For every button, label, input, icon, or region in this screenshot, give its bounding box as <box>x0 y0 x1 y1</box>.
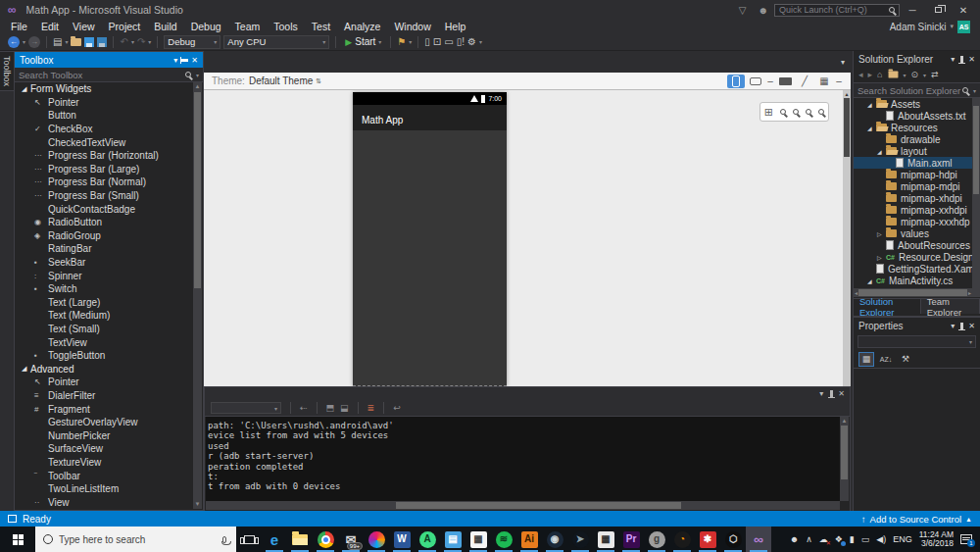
landscape-mode-button[interactable] <box>747 75 764 88</box>
taskbar-app-file-explorer[interactable] <box>287 527 313 552</box>
tree-item[interactable]: Main.axml <box>854 157 972 169</box>
toolbox-item[interactable]: TextureView <box>16 456 193 470</box>
toolbar-overflow2-icon[interactable]: ▾ <box>479 38 482 45</box>
theme-select[interactable]: Default Theme <box>249 75 313 86</box>
toolbox-item[interactable]: :Spinner <box>16 269 193 282</box>
scroll-left-icon[interactable]: ◂ <box>855 289 858 296</box>
device-manager-icon[interactable]: ▯ <box>424 37 430 47</box>
toolbox-item[interactable]: RatingBar <box>16 242 193 256</box>
microphone-icon[interactable] <box>222 536 226 543</box>
open-file-button[interactable] <box>71 38 81 46</box>
toolbox-scrollbar[interactable]: ▲ ▼ <box>193 82 202 509</box>
taskbar-app-premiere[interactable]: Pr <box>618 527 644 552</box>
find-message-icon[interactable]: ⇠ <box>300 403 308 413</box>
output-console[interactable]: path: 'C:\Users\rushd\.android\avd'evice… <box>206 417 840 501</box>
home-icon[interactable]: ⌂ <box>877 70 882 79</box>
expander-icon[interactable]: ▷ <box>877 230 886 237</box>
expander-icon[interactable]: ▷ <box>877 254 886 261</box>
new-dropdown-icon[interactable]: ▾ <box>65 38 68 45</box>
forward-icon[interactable]: ▸ <box>868 70 873 79</box>
toolbox-group-header[interactable]: ◢Form Widgets <box>16 82 193 96</box>
close-icon[interactable]: ✕ <box>968 322 975 330</box>
app-status-icon[interactable]: ❖ <box>835 535 843 544</box>
scroll-up-icon[interactable]: ▲ <box>193 82 202 91</box>
taskbar-clock[interactable]: 11:24 AM 3/6/2018 <box>919 530 954 548</box>
toolbox-item[interactable]: ▪Switch <box>16 282 193 296</box>
taskbar-search-input[interactable]: Type here to search <box>35 527 236 552</box>
tab-list-dropdown-icon[interactable]: ▾ <box>841 58 845 67</box>
close-button[interactable]: ✕ <box>951 1 976 19</box>
taskbar-app-illustrator[interactable]: Ai <box>516 527 542 552</box>
quick-launch-input[interactable]: Quick Launch (Ctrl+Q) <box>774 4 900 17</box>
taskbar-app-bird-app[interactable]: ➤ <box>567 527 593 552</box>
scrollbar-thumb[interactable] <box>194 92 201 288</box>
solution-platform-select[interactable]: Any CPU▾ <box>223 35 329 49</box>
toolbox-item[interactable]: GestureOverlayView <box>16 416 193 429</box>
display-icon[interactable]: ▭ <box>861 535 870 544</box>
tree-item[interactable]: mipmap-xhdpi <box>854 192 972 204</box>
filter-dropdown-icon[interactable]: ▾ <box>923 72 926 78</box>
toolbox-item[interactable]: ↖Pointer <box>16 96 193 110</box>
solution-explorer-scrollbar[interactable] <box>972 98 980 297</box>
solution-explorer-search-input[interactable]: Search Solution Explorer (Ct ▾ <box>854 83 980 98</box>
menu-build[interactable]: Build <box>147 21 183 32</box>
action-center-icon[interactable]: 1 <box>960 534 972 544</box>
toolbar-overflow-icon[interactable]: ▾ <box>409 38 412 45</box>
close-icon[interactable]: ✕ <box>838 389 845 398</box>
zoom-fit-button[interactable] <box>793 109 799 115</box>
undo-dropdown-icon[interactable]: ▾ <box>131 38 134 45</box>
feedback-icon[interactable]: ☻ <box>758 5 768 16</box>
taskbar-app-chrome[interactable] <box>313 527 338 552</box>
taskbar-app-gimp[interactable]: g <box>644 527 669 552</box>
taskbar-app-calendar[interactable]: ▦ <box>466 527 491 552</box>
pin-icon[interactable] <box>830 390 833 397</box>
toolbox-item[interactable]: ···Progress Bar (Normal) <box>16 176 193 189</box>
categorized-view-icon[interactable]: ▦ <box>858 352 874 367</box>
output-source-select[interactable]: ▾ <box>211 402 281 414</box>
toolbox-item[interactable]: CheckedTextView <box>16 135 193 149</box>
taskbar-app-edge[interactable]: e <box>262 527 287 552</box>
restore-button[interactable] <box>925 1 951 19</box>
switch-views-icon[interactable] <box>888 71 898 77</box>
toolbox-item[interactable]: ···Progress Bar (Large) <box>16 163 193 176</box>
solution-configuration-select[interactable]: Debug▾ <box>164 35 220 49</box>
back-dropdown-icon[interactable]: ▾ <box>23 38 25 45</box>
clear-all-icon[interactable]: ≣ <box>368 403 375 413</box>
menu-view[interactable]: View <box>66 21 102 32</box>
add-to-source-control-button[interactable]: ↑ Add to Source Control ▲ <box>861 514 972 525</box>
properties-title-bar[interactable]: Properties ▾ ✕ <box>854 318 980 333</box>
taskbar-app-orange-app[interactable]: ◔ <box>669 527 695 552</box>
toolbox-item[interactable]: SurfaceView <box>16 442 193 456</box>
device-log-icon[interactable]: ▯! <box>457 37 465 47</box>
toolbox-search-input[interactable]: Search Toolbox ▾ <box>15 68 203 82</box>
alphabetical-sort-icon[interactable]: AZ↓ <box>878 352 894 367</box>
grid-dropdown-icon[interactable]: – <box>835 75 843 88</box>
toolbox-item[interactable]: TwoLineListItem <box>16 482 193 496</box>
taskbar-app-notes-app[interactable]: ▤ <box>440 527 466 552</box>
window-position-icon[interactable]: ▾ <box>819 389 823 398</box>
zoom-100-button[interactable] <box>780 109 786 115</box>
toolbox-item[interactable]: ↖Pointer <box>16 376 193 389</box>
menu-window[interactable]: Window <box>387 21 437 32</box>
zoom-in-button[interactable] <box>806 109 811 115</box>
onedrive-icon[interactable]: ☁✕ <box>819 535 828 544</box>
next-message-icon[interactable]: ⬓ <box>340 403 349 413</box>
scroll-down-icon[interactable]: ▼ <box>193 500 202 509</box>
tree-item[interactable]: AboutResources <box>854 239 972 251</box>
expander-icon[interactable]: ◢ <box>867 277 876 284</box>
battery-icon[interactable]: ▮ <box>850 535 855 544</box>
scrollbar-thumb[interactable] <box>396 502 681 509</box>
toolbox-item[interactable]: ≡DialerFilter <box>16 389 193 403</box>
portrait-mode-button[interactable] <box>727 75 745 88</box>
tree-item[interactable]: drawable <box>854 133 972 145</box>
menu-team[interactable]: Team <box>228 21 268 32</box>
tree-item[interactable]: mipmap-xxhdpi <box>854 204 972 216</box>
menu-file[interactable]: File <box>4 21 34 32</box>
undo-button[interactable]: ↶ <box>120 37 127 47</box>
taskbar-app-spotify[interactable]: ≋ <box>491 527 516 552</box>
menu-test[interactable]: Test <box>305 21 337 32</box>
menu-analyze[interactable]: Analyze <box>337 21 387 32</box>
toolbox-item[interactable]: ▪SeekBar <box>16 256 193 270</box>
toolbox-item[interactable]: #Fragment <box>16 402 193 416</box>
taskbar-app-steam[interactable]: ◉ <box>542 527 567 552</box>
